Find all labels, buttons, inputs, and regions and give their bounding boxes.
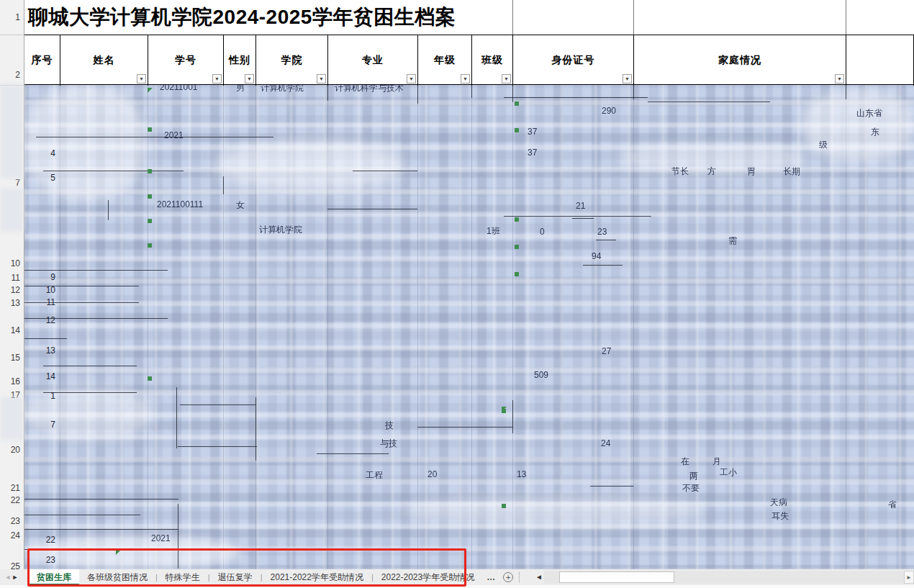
page-title[interactable]: 聊城大学计算机学院2024-2025学年贫困生档案 (28, 4, 456, 31)
column-header-姓名[interactable]: 姓名▼ (60, 35, 148, 86)
cell-border-fragment (596, 240, 616, 240)
filter-dropdown-icon[interactable]: ▼ (461, 74, 470, 83)
cell-fragment: 在 (681, 456, 689, 468)
filter-dropdown-icon[interactable]: ▼ (245, 74, 254, 83)
cell-border-fragment (648, 101, 770, 102)
seq-cell-value: 7 (24, 420, 55, 430)
column-header-学号[interactable]: 学号▼ (148, 35, 223, 86)
cell-border-fragment (327, 209, 417, 209)
cell-fragment: 20211001 (160, 85, 198, 92)
filter-dropdown-icon[interactable]: ▼ (137, 74, 146, 83)
gutter-row-number[interactable]: 15 (11, 353, 20, 363)
spreadsheet-window: 聊城大学计算机学院2024-2025学年贫困生档案 序号姓名▼学号▼性别▼学院▼… (0, 0, 914, 588)
cell-fragment: 需 (728, 235, 737, 247)
error-indicator-icon (148, 127, 152, 132)
cell-border-fragment (504, 216, 651, 217)
cell-border-fragment (417, 85, 418, 104)
cell-border-fragment (471, 85, 472, 98)
filter-dropdown-icon[interactable]: ▼ (317, 74, 326, 83)
column-gridline (471, 85, 472, 569)
column-header-学院[interactable]: 学院▼ (255, 35, 327, 86)
cell-border-fragment (417, 427, 512, 428)
cell-border-fragment (223, 176, 224, 194)
column-header-家庭情况[interactable]: 家庭情况▼ (633, 35, 846, 86)
gutter-row-number[interactable]: 23 (11, 516, 20, 526)
cell-fragment: 37 (528, 148, 537, 158)
error-indicator-icon (515, 101, 519, 106)
cell-fragment: 长期 (783, 166, 800, 178)
cell-border-fragment (633, 85, 634, 99)
filter-dropdown-icon[interactable]: ▼ (407, 74, 416, 83)
cell-fragment: 天病 (770, 497, 787, 509)
cell-border-fragment (43, 366, 137, 366)
cell-fragment: 女 (236, 199, 245, 212)
column-header-专业[interactable]: 专业▼ (327, 35, 417, 86)
gutter-row-number[interactable]: 14 (11, 325, 20, 335)
cell-border-fragment (176, 387, 177, 448)
filter-dropdown-icon[interactable]: ▼ (623, 74, 632, 83)
gutter-row-number[interactable]: 13 (11, 298, 20, 308)
sheet-nav-right-icon[interactable]: ► (12, 569, 19, 585)
gutter-row-number[interactable]: 7 (15, 178, 20, 188)
more-tabs-button[interactable]: … (482, 569, 500, 585)
scroll-left-icon[interactable]: ◄ (535, 573, 543, 581)
gutter-row-number[interactable]: 16 (11, 376, 20, 386)
cell-border-fragment (24, 499, 178, 499)
cell-fragment: 290 (602, 106, 616, 116)
gutter-row-number[interactable]: 11 (12, 273, 20, 283)
cell-fragment: 节长 (671, 166, 689, 178)
cell-border-fragment (24, 515, 140, 515)
cell-fragment: 1班 (487, 225, 500, 238)
column-header-序号[interactable]: 序号 (24, 35, 60, 86)
cell-fragment: 方 (707, 166, 716, 178)
cell-fragment: 计算机科学与技术 (335, 85, 404, 94)
cell-border-fragment (572, 218, 594, 219)
cell-border-fragment (43, 392, 137, 393)
cell-border-fragment (180, 404, 255, 405)
error-indicator-icon (515, 272, 519, 276)
column-header-label: 序号 (32, 54, 53, 67)
gutter-row-number[interactable]: 12 (11, 285, 20, 295)
cell-border-fragment (353, 171, 417, 171)
gutter-row-number[interactable]: 2 (15, 70, 20, 80)
gutter-smear (0, 397, 24, 440)
gutter-row-number[interactable]: 24 (11, 530, 20, 540)
error-indicator-icon (148, 243, 152, 248)
cell-flag-triangle-icon (502, 407, 507, 412)
gutter-row-number[interactable]: 20 (11, 445, 20, 455)
filter-dropdown-icon[interactable]: ▼ (212, 74, 222, 83)
column-header-身份证号[interactable]: 身份证号▼ (512, 35, 633, 86)
filter-dropdown-icon[interactable]: ▼ (502, 74, 511, 83)
add-sheet-button[interactable]: + (503, 572, 513, 582)
filter-dropdown-icon[interactable]: ▼ (835, 74, 844, 83)
seq-cell-value: 22 (24, 535, 55, 545)
seq-cell-value: 1 (24, 391, 55, 401)
seq-cell-value: 11 (24, 297, 55, 307)
cell-border-fragment (846, 85, 846, 99)
column-header-性别[interactable]: 性别▼ (223, 35, 255, 86)
horizontal-scrollbar[interactable] (544, 571, 904, 584)
gutter-row-number[interactable]: 22 (11, 495, 20, 505)
cell-fragment: 2021 (151, 533, 171, 543)
cell-fragment: 东 (871, 126, 879, 138)
column-header-年级[interactable]: 年级▼ (417, 35, 471, 86)
column-gridline (148, 85, 148, 569)
title-row: 聊城大学计算机学院2024-2025学年贫困生档案 (24, 0, 914, 35)
scrollbar-thumb[interactable] (559, 571, 674, 583)
gutter-divider (0, 35, 24, 35)
worksheet-data-area[interactable]: 459101112131417222320211001男计算机学院计算机科学与技… (24, 85, 914, 569)
column-header-label: 年级 (434, 54, 456, 67)
cell-fragment: 与技 (380, 438, 397, 450)
white-smear (403, 497, 705, 525)
gutter-row-number[interactable]: 21 (11, 483, 20, 493)
error-indicator-icon (148, 219, 152, 223)
column-header-blank[interactable] (846, 35, 914, 86)
seq-cell-value: 5 (24, 173, 55, 183)
gutter-smear (0, 85, 24, 178)
gutter-row-number[interactable]: 1 (15, 12, 20, 22)
gutter-row-number[interactable]: 10 (11, 258, 20, 268)
cell-fragment: 21 (576, 201, 585, 211)
column-header-班级[interactable]: 班级▼ (471, 35, 512, 86)
scroll-right-icon[interactable]: ► (904, 571, 914, 584)
sheet-nav-left-icon[interactable]: ◄ (4, 569, 12, 585)
